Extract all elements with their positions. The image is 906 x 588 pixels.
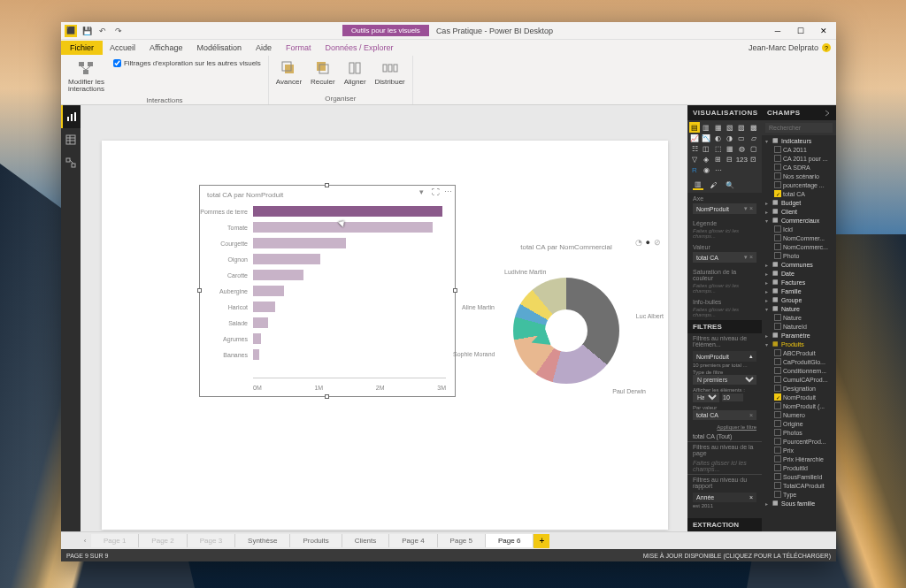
field-node[interactable]: pourcentage ...: [762, 180, 836, 189]
field-node[interactable]: CA SDRA: [762, 163, 836, 172]
field-checkbox[interactable]: [774, 252, 781, 259]
field-node[interactable]: CA 2011 pour ...: [762, 154, 836, 163]
visualisations-header[interactable]: VISUALISATIONS: [687, 105, 762, 120]
field-node[interactable]: SousFamilleId: [762, 472, 836, 481]
bar-fill[interactable]: [253, 302, 275, 312]
field-checkbox[interactable]: [774, 155, 781, 162]
bar-fill[interactable]: [253, 206, 442, 217]
more-icon[interactable]: ⋯: [444, 187, 453, 196]
page-tab[interactable]: Synthèse: [235, 534, 290, 547]
viz-icon[interactable]: 123: [736, 154, 747, 164]
bar-fill[interactable]: [253, 238, 346, 248]
minimize-button[interactable]: ─: [767, 24, 788, 38]
bar-fill[interactable]: [253, 349, 259, 360]
field-checkbox[interactable]: [774, 349, 781, 356]
valeur-field-pill[interactable]: total CA▾ ×: [693, 252, 756, 263]
filter-n-input[interactable]: [722, 393, 743, 401]
table-node[interactable]: ▸▦Communes: [762, 260, 836, 269]
field-node[interactable]: CumulCAProd...: [762, 375, 836, 384]
field-checkbox[interactable]: [774, 411, 781, 418]
viz-icon[interactable]: 📈: [689, 133, 700, 143]
viz-stacked-bar-icon[interactable]: ▤: [689, 122, 700, 133]
field-checkbox[interactable]: ✓: [774, 393, 781, 401]
field-node[interactable]: Conditionnem...: [762, 366, 836, 375]
bar-fill[interactable]: [253, 286, 284, 296]
filter-type-select[interactable]: N premiers: [693, 375, 756, 385]
field-checkbox[interactable]: [774, 323, 781, 330]
table-node[interactable]: ▾▦Commerciaux: [762, 216, 836, 225]
viz-icon[interactable]: ⬚: [713, 143, 724, 154]
menu-affichage[interactable]: Affichage: [142, 41, 189, 55]
field-checkbox[interactable]: [774, 447, 781, 454]
bar-row[interactable]: Courgette: [253, 235, 446, 251]
field-checkbox[interactable]: [774, 491, 781, 498]
field-node[interactable]: TotalCAProduit: [762, 481, 836, 490]
viz-icon[interactable]: ◫: [701, 143, 711, 154]
field-node[interactable]: Prix Hiérarchie: [762, 454, 836, 463]
crosshighlight-icon[interactable]: ●: [646, 238, 650, 247]
table-node[interactable]: ▸▦Paramètre: [762, 331, 836, 340]
field-node[interactable]: Photos: [762, 428, 836, 437]
page-canvas[interactable]: ▾ ⛶ ⋯ total CA par NomProduit Pommes de …: [102, 141, 668, 530]
table-node[interactable]: ▸▦Factures: [762, 278, 836, 286]
field-checkbox[interactable]: [774, 314, 781, 321]
bar-row[interactable]: Aubergine: [253, 283, 446, 299]
field-checkbox[interactable]: [774, 367, 781, 374]
fields-search-input[interactable]: [765, 123, 833, 133]
page-tab[interactable]: Page 1: [91, 534, 139, 547]
drill-filter-checkbox[interactable]: Filtrages d'exploration sur les autres v…: [110, 57, 265, 69]
viz-icon[interactable]: ▽: [689, 154, 700, 164]
viz-icon[interactable]: ▨: [736, 122, 747, 133]
page-tab[interactable]: Page 5: [438, 534, 486, 547]
field-checkbox[interactable]: [774, 181, 781, 188]
bar-row[interactable]: Carotte: [253, 267, 446, 283]
bring-forward-button[interactable]: Avancer: [273, 57, 305, 88]
field-node[interactable]: CaProduitGlo...: [762, 357, 836, 366]
viz-icon[interactable]: ◍: [736, 143, 747, 154]
viz-icon[interactable]: ☷: [689, 143, 700, 154]
data-view-button[interactable]: [61, 128, 81, 151]
fields-tab-icon[interactable]: ▥: [693, 179, 703, 190]
page-prev-icon[interactable]: ‹: [79, 537, 91, 545]
field-checkbox[interactable]: [774, 385, 781, 392]
champs-header[interactable]: CHAMPS: [762, 105, 836, 120]
field-checkbox[interactable]: [774, 464, 781, 471]
table-node[interactable]: ▸▦Famille: [762, 286, 836, 295]
bar-fill[interactable]: [253, 317, 268, 328]
field-checkbox[interactable]: [774, 243, 781, 250]
viz-icon[interactable]: ▭: [736, 133, 747, 143]
field-node[interactable]: ABCProduit: [762, 348, 836, 357]
field-node[interactable]: Nature: [762, 313, 836, 322]
field-checkbox[interactable]: [774, 234, 781, 241]
field-node[interactable]: ProduitId: [762, 463, 836, 472]
menu-donnees-explorer[interactable]: Données / Explorer: [318, 41, 400, 55]
field-checkbox[interactable]: [774, 172, 781, 179]
add-page-button[interactable]: +: [534, 534, 549, 548]
fields-tree[interactable]: ▾▦IndicateursCA 2011CA 2011 pour ...CA S…: [762, 135, 836, 531]
menu-modelisation[interactable]: Modélisation: [189, 41, 249, 55]
help-icon[interactable]: ?: [822, 43, 831, 52]
viz-r-icon[interactable]: R: [689, 164, 700, 175]
page-tab[interactable]: Page 4: [389, 534, 437, 547]
field-node[interactable]: Designation: [762, 384, 836, 393]
page-tab[interactable]: Page 3: [188, 534, 235, 547]
viz-icon[interactable]: ◉: [701, 164, 711, 175]
viz-icon[interactable]: ▧: [725, 122, 735, 133]
bar-row[interactable]: Haricot: [253, 299, 446, 315]
filter-icon[interactable]: ▾: [419, 187, 428, 196]
bar-chart-visual[interactable]: ▾ ⛶ ⋯ total CA par NomProduit Pommes de …: [199, 185, 456, 397]
viz-icon[interactable]: 📉: [701, 133, 711, 143]
viz-marketplace-icon[interactable]: ⋯: [713, 164, 724, 175]
field-node[interactable]: NomCommer...: [762, 233, 836, 242]
field-checkbox[interactable]: [774, 225, 781, 233]
viz-icon[interactable]: ◈: [701, 154, 711, 164]
menu-accueil[interactable]: Accueil: [103, 41, 142, 55]
apply-filter-link[interactable]: Appliquer le filtre: [687, 423, 762, 431]
table-node[interactable]: ▾▦Indicateurs: [762, 136, 836, 145]
field-node[interactable]: PourcentProd...: [762, 437, 836, 446]
resize-handle[interactable]: [325, 394, 329, 399]
analytics-tab-icon[interactable]: 🔍: [725, 179, 735, 190]
page-tab[interactable]: Page 6: [486, 534, 534, 547]
viz-icon[interactable]: ⊟: [725, 154, 735, 164]
viz-icon[interactable]: ▥: [701, 122, 711, 133]
